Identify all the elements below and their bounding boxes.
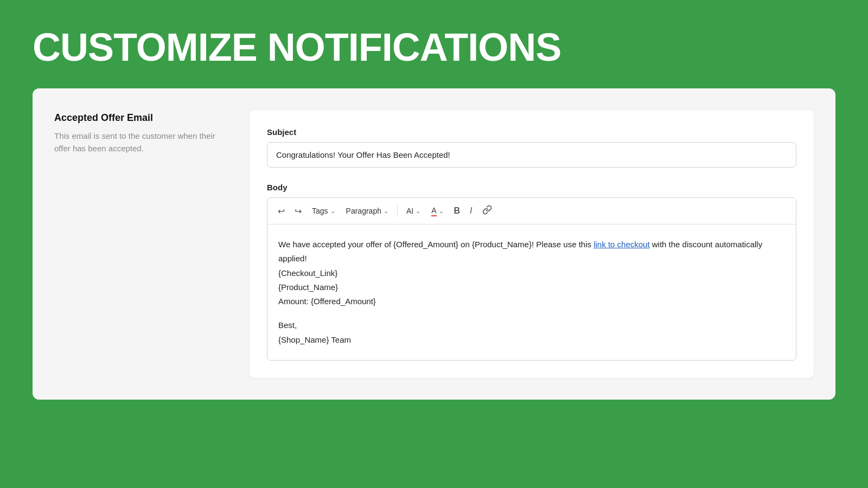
redo-button[interactable]: ↪ <box>291 203 305 219</box>
font-color-chevron-icon: ⌄ <box>439 208 444 215</box>
body-label: Body <box>267 183 796 192</box>
body-line-4: Amount: {Offered_Amount} <box>278 294 785 309</box>
bold-button[interactable]: B <box>450 203 464 219</box>
paragraph-chevron-icon: ⌄ <box>384 208 388 215</box>
main-card: Accepted Offer Email This email is sent … <box>33 88 835 400</box>
right-panel: Subject Body ↩ ↪ Tags ⌄ Paragraph ⌄ <box>250 110 814 378</box>
bold-icon: B <box>454 206 461 216</box>
body-line-7: {Shop_Name} Team <box>278 333 785 347</box>
paragraph-label: Paragraph <box>346 207 381 215</box>
link-icon <box>482 205 492 217</box>
paragraph-dropdown[interactable]: Paragraph ⌄ <box>342 204 393 218</box>
subject-input[interactable] <box>267 142 796 168</box>
tags-label: Tags <box>312 207 328 215</box>
body-line1-before-link: We have accepted your offer of {Offered_… <box>278 240 593 249</box>
font-color-dropdown[interactable]: A ⌄ <box>427 203 448 219</box>
body-line-6: Best, <box>278 318 785 332</box>
ai-chevron-icon: ⌄ <box>416 208 420 215</box>
redo-icon: ↪ <box>295 206 302 216</box>
tags-chevron-icon: ⌄ <box>330 208 335 215</box>
editor-toolbar: ↩ ↪ Tags ⌄ Paragraph ⌄ AI ⌄ <box>267 198 796 224</box>
body-spacer <box>278 309 785 318</box>
undo-icon: ↩ <box>278 206 285 216</box>
page-title: CUSTOMIZE NOTIFICATIONS <box>33 26 835 69</box>
font-color-label: A <box>431 206 436 216</box>
left-panel: Accepted Offer Email This email is sent … <box>54 110 228 378</box>
tags-dropdown[interactable]: Tags ⌄ <box>308 204 340 218</box>
italic-button[interactable]: I <box>466 203 476 219</box>
ai-dropdown[interactable]: AI ⌄ <box>402 204 425 218</box>
email-type-desc: This email is sent to the customer when … <box>54 130 228 155</box>
link-button[interactable] <box>478 202 496 220</box>
body-editor: ↩ ↪ Tags ⌄ Paragraph ⌄ AI ⌄ <box>267 197 796 361</box>
body-line-2: {Checkout_Link} <box>278 266 785 280</box>
italic-icon: I <box>470 206 472 216</box>
body-line-3: {Product_Name} <box>278 280 785 294</box>
toolbar-divider-1 <box>397 206 398 216</box>
ai-label: AI <box>406 207 413 215</box>
body-line1-link[interactable]: link to checkout <box>593 240 649 249</box>
subject-label: Subject <box>267 127 796 137</box>
body-line-1: We have accepted your offer of {Offered_… <box>278 237 785 266</box>
email-type-title: Accepted Offer Email <box>54 112 228 124</box>
undo-button[interactable]: ↩ <box>274 203 289 219</box>
page-header: CUSTOMIZE NOTIFICATIONS <box>0 0 868 88</box>
editor-content[interactable]: We have accepted your offer of {Offered_… <box>267 224 796 360</box>
